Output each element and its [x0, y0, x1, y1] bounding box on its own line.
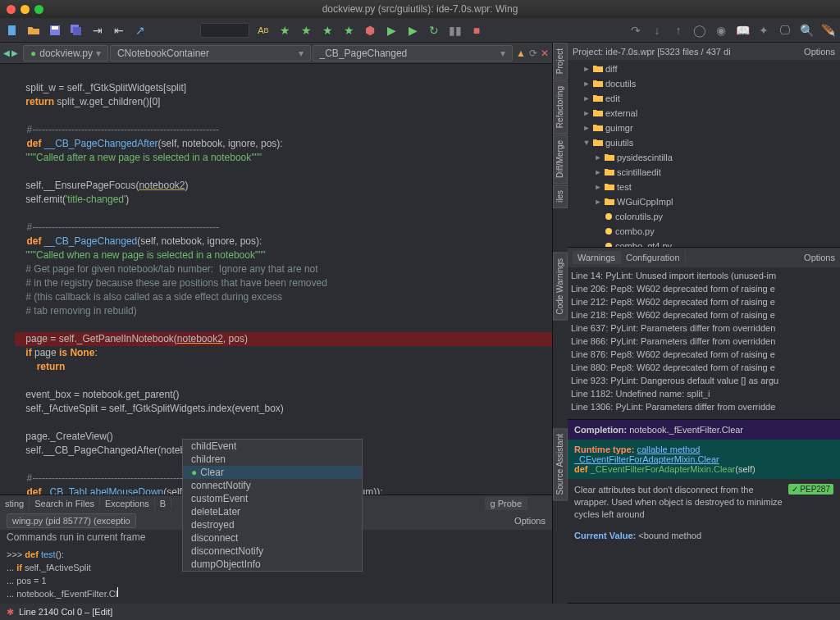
symbol-selector-1[interactable]: CNotebookContainer▾ [110, 45, 311, 62]
tree-row[interactable]: ►diff [571, 62, 837, 76]
refresh-icon[interactable]: ↻ [427, 23, 441, 38]
warning-line[interactable]: Line 218: Pep8: W602 deprecated form of … [571, 308, 837, 321]
save-all-icon[interactable] [69, 23, 84, 38]
save-icon[interactable] [48, 23, 62, 38]
pause-icon[interactable]: ▮▮ [448, 23, 463, 38]
arrow-icon[interactable]: ↗ [133, 23, 148, 38]
bottom-tab[interactable]: B [155, 497, 171, 510]
tree-row[interactable]: ►test [571, 180, 837, 194]
stop-icon[interactable]: ■ [469, 23, 484, 38]
tree-row[interactable]: ►guimgr [571, 121, 837, 135]
close-tab-icon[interactable]: ✕ [541, 48, 549, 59]
play-icon[interactable]: ▶ [384, 23, 399, 38]
tree-row[interactable]: ►WGuiCppImpl [571, 194, 837, 209]
bottom-tab[interactable]: g Probe [485, 497, 527, 510]
expand-icon[interactable]: ► [582, 65, 591, 73]
expand-icon[interactable]: ► [594, 198, 602, 206]
expand-icon[interactable]: ▼ [582, 139, 591, 147]
completion-item[interactable]: disconnectNotify [183, 545, 362, 558]
symbol-selector-2[interactable]: _CB_PageChanged▾ [313, 45, 514, 62]
watch-icon[interactable]: ◉ [714, 23, 728, 38]
tree-row[interactable]: ►scintillaedit [571, 165, 837, 180]
star-list-icon[interactable]: ★ [341, 23, 356, 38]
warning-line[interactable]: Line 14: PyLint: Unused import itertools… [571, 269, 837, 282]
vtab-source-assistant[interactable]: Source Assistant [553, 428, 568, 500]
outdent-icon[interactable]: ⇤ [112, 23, 126, 38]
play-line-icon[interactable]: ▶ [405, 23, 420, 38]
open-folder-icon[interactable] [26, 23, 41, 38]
expand-icon[interactable]: ► [582, 94, 591, 103]
warning-line[interactable]: Line 637: PyLint: Parameters differ from… [571, 321, 837, 335]
new-file-icon[interactable] [5, 23, 20, 38]
completion-item[interactable]: connectNotify [183, 479, 362, 492]
bug-icon[interactable]: ⬢ [363, 23, 377, 38]
warning-line[interactable]: Line 876: Pep8: W602 deprecated form of … [571, 348, 837, 361]
warning-line[interactable]: Line 880: Pep8: W602 deprecated form of … [571, 361, 837, 374]
star-icon[interactable]: ★ [277, 23, 292, 38]
warning-line[interactable]: Line 923: PyLint: Dangerous default valu… [571, 374, 837, 387]
completion-item[interactable]: children [183, 453, 362, 466]
options-dropdown[interactable]: Options [514, 516, 546, 526]
ab-icon[interactable]: AB [256, 23, 271, 38]
warnings-tab[interactable]: Warnings [573, 251, 621, 264]
tree-row[interactable]: combo_qt4.py [571, 239, 837, 247]
toolbar-search[interactable] [200, 23, 249, 38]
completion-popup[interactable]: childEventchildren●ClearconnectNotifycus… [182, 439, 363, 572]
warning-line[interactable]: Line 866: PyLint: Parameters differ from… [571, 335, 837, 348]
tree-row[interactable]: ►pysidescintilla [571, 150, 837, 165]
warn-triangle-icon[interactable]: ▲ [516, 48, 526, 59]
project-tree[interactable]: ►diff►docutils►edit►external►guimgr▼guiu… [568, 60, 840, 247]
expand-icon[interactable]: ► [582, 124, 591, 132]
step-over-icon[interactable]: ↷ [628, 23, 643, 38]
completion-item[interactable]: dumpObjectInfo [183, 558, 362, 571]
vtab-refactoring[interactable]: Refactoring [553, 80, 568, 134]
file-tab[interactable]: ●dockview.py▾ [23, 45, 108, 62]
breakpoint-icon[interactable]: ◯ [692, 23, 707, 38]
config-tab[interactable]: Configuration [621, 251, 685, 264]
warning-line[interactable]: Line 206: Pep8: W602 deprecated form of … [571, 282, 837, 295]
bug-status-icon[interactable]: ✱ [7, 607, 14, 618]
warnings-options[interactable]: Options [804, 253, 835, 262]
expand-icon[interactable]: ► [594, 168, 602, 176]
step-in-icon[interactable]: ↓ [650, 23, 664, 38]
completion-item[interactable]: destroyed [183, 518, 362, 531]
warnings-list[interactable]: Line 14: PyLint: Unused import itertools… [568, 267, 840, 415]
process-selector[interactable]: wing.py (pid 85777) (exceptio [7, 513, 136, 528]
warning-line[interactable]: Line 1306: PyLint: Parameters differ fro… [571, 400, 837, 413]
tree-row[interactable]: ▼guiutils [571, 135, 837, 150]
book-icon[interactable]: 📖 [735, 23, 750, 38]
nav-fwd-icon[interactable]: ▶ [11, 48, 18, 57]
star-fwd-icon[interactable]: ★ [320, 23, 335, 38]
wing-icon[interactable]: 🪶 [820, 23, 835, 38]
search-icon[interactable]: 🔍 [799, 23, 814, 38]
project-options[interactable]: Options [804, 47, 835, 57]
completion-item[interactable]: childEvent [183, 440, 362, 453]
vtab-diff[interactable]: Diff/Merge [553, 134, 568, 184]
sync-icon[interactable]: ⟳ [529, 48, 537, 59]
completion-item[interactable]: ●Clear [183, 466, 362, 479]
bottom-tab[interactable]: Exceptions [100, 497, 155, 510]
expand-icon[interactable]: ► [594, 153, 602, 162]
code-editor[interactable]: split_w = self._fGtkSplitWidgets[split] … [0, 64, 552, 495]
tree-row[interactable]: ►external [571, 106, 837, 121]
nav-back-icon[interactable]: ◀ [3, 48, 10, 57]
bottom-tab[interactable]: sting [0, 497, 30, 510]
star-back-icon[interactable]: ★ [299, 23, 313, 38]
bottom-tab[interactable]: Search in Files [30, 497, 100, 510]
vtab-project[interactable]: Project [553, 43, 568, 80]
expand-icon[interactable]: ► [582, 109, 591, 117]
warning-line[interactable]: Line 212: Pep8: W602 deprecated form of … [571, 295, 837, 308]
step-out-icon[interactable]: ↑ [671, 23, 686, 38]
warning-line[interactable]: Line 1182: Undefined name: split_i [571, 387, 837, 400]
expand-icon[interactable]: ► [582, 80, 591, 88]
tree-row[interactable]: colorutils.py [571, 209, 837, 224]
expand-icon[interactable]: ► [594, 183, 602, 191]
vtab-code-warnings[interactable]: Code Warnings [553, 253, 568, 321]
monitor-icon[interactable]: 🖵 [778, 23, 792, 38]
completion-item[interactable]: deleteLater [183, 505, 362, 518]
tree-row[interactable]: combo.py [571, 224, 837, 239]
completion-item[interactable]: customEvent [183, 492, 362, 505]
tree-row[interactable]: ►docutils [571, 76, 837, 91]
tools-icon[interactable]: ✦ [756, 23, 771, 38]
completion-item[interactable]: disconnect [183, 531, 362, 545]
